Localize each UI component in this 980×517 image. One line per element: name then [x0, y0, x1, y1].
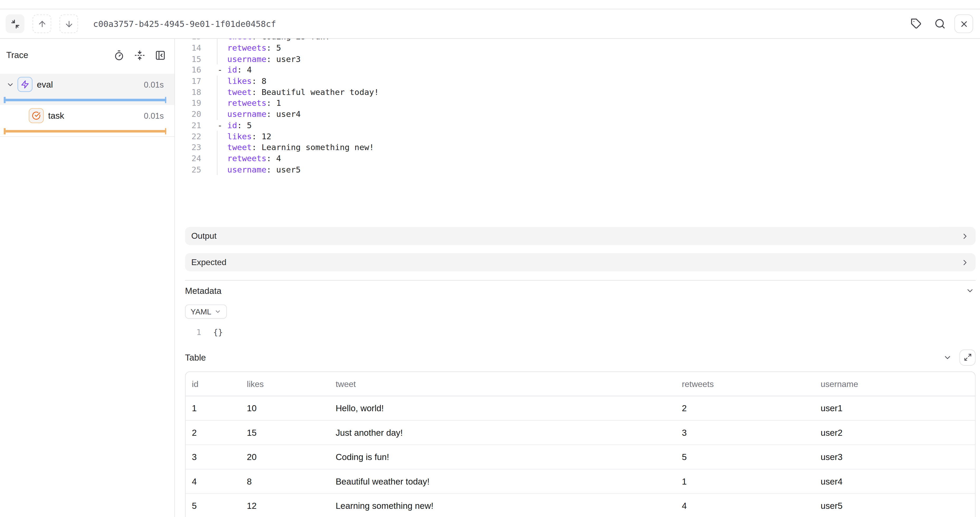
- table-section-label: Table: [185, 352, 206, 362]
- metadata-section-header[interactable]: Metadata: [185, 282, 975, 299]
- span-label: task: [48, 111, 64, 121]
- code-line: 14 retweets: 5: [175, 42, 980, 53]
- header-bar: c00a3757-b425-4945-9e01-1f01de0458cf: [0, 9, 980, 39]
- line-number: 23: [175, 143, 202, 152]
- table-cell: 10: [247, 403, 336, 414]
- code-line: 19 retweets: 1: [175, 98, 980, 109]
- line-number: 24: [175, 154, 202, 163]
- table-cell: Beautiful weather today!: [336, 476, 682, 487]
- table-cell: Hello, world!: [336, 403, 682, 414]
- chevron-down-icon[interactable]: [6, 80, 14, 89]
- expand-icon: [963, 353, 972, 361]
- table-cell: 3: [682, 428, 821, 437]
- chevron-right-icon: [961, 258, 969, 267]
- table-cell: 1: [682, 476, 821, 487]
- span-duration: 0.01s: [144, 80, 164, 89]
- code-line: 22 likes: 12: [175, 131, 980, 142]
- table-cell: user2: [821, 428, 975, 437]
- code-line: 25 username: user5: [175, 164, 980, 175]
- line-number: 18: [175, 87, 202, 97]
- metadata-code-line[interactable]: 1 {}: [185, 327, 975, 338]
- span-node-eval[interactable]: eval 0.01s: [0, 74, 174, 105]
- table-cell: 4: [192, 476, 247, 487]
- table-row[interactable]: 48Beautiful weather today!1user4: [186, 469, 975, 494]
- span-detail-main: 13 tweet: Coding is fun!14 retweets: 515…: [175, 37, 980, 517]
- table-section: Table idlikestweetretweetsusername 110He…: [185, 349, 975, 517]
- search-icon: [934, 18, 946, 30]
- code-line: 18 tweet: Beautiful weather today!: [175, 86, 980, 98]
- chevron-down-icon[interactable]: [943, 353, 952, 362]
- trace-header: Trace: [0, 41, 174, 69]
- close-button[interactable]: [955, 14, 973, 33]
- code-line: 24 retweets: 4: [175, 153, 980, 164]
- table-cell: user5: [821, 501, 975, 511]
- collapse-panel-button[interactable]: [6, 14, 24, 33]
- line-number: 20: [175, 110, 202, 119]
- column-header-retweets: retweets: [682, 379, 821, 388]
- column-header-username: username: [821, 379, 975, 388]
- line-number: 1: [185, 328, 201, 337]
- line-number: 14: [175, 43, 202, 53]
- line-number: 19: [175, 99, 202, 108]
- stopwatch-icon: [114, 49, 124, 60]
- code-line: 16- id: 4: [175, 64, 980, 75]
- table-row[interactable]: 215Just another day!3user2: [186, 421, 975, 445]
- chevron-right-icon: [961, 232, 969, 240]
- metadata-section-label: Metadata: [185, 285, 221, 296]
- table-cell: 15: [247, 428, 336, 437]
- expand-table-button[interactable]: [959, 349, 976, 366]
- metadata-code-text: {}: [201, 328, 223, 337]
- chevron-down-icon: [215, 308, 221, 315]
- next-row-button[interactable]: [59, 14, 78, 33]
- expected-section-toggle[interactable]: Expected: [185, 253, 975, 271]
- line-number: 21: [175, 121, 202, 130]
- output-section-toggle[interactable]: Output: [185, 227, 975, 245]
- table-cell: 2: [682, 403, 821, 414]
- column-header-id: id: [192, 379, 247, 388]
- data-table: idlikestweetretweetsusername 110Hello, w…: [185, 371, 975, 517]
- format-selector-value: YAML: [191, 307, 212, 316]
- line-number: 16: [175, 65, 202, 75]
- table-cell: Coding is fun!: [336, 452, 682, 462]
- close-icon: [959, 19, 969, 29]
- tag-button[interactable]: [907, 14, 926, 33]
- collapse-icon: [10, 19, 20, 29]
- trace-id: c00a3757-b425-4945-9e01-1f01de0458cf: [93, 19, 276, 29]
- code-line: 15 username: user3: [175, 53, 980, 64]
- span-node-task[interactable]: task 0.01s: [0, 105, 174, 136]
- column-header-tweet: tweet: [336, 379, 682, 388]
- table-row[interactable]: 110Hello, world!2user1: [186, 396, 975, 421]
- chevron-down-icon: [966, 286, 974, 294]
- table-cell: 2: [192, 428, 247, 437]
- eval-timeline-bar: [4, 99, 166, 101]
- column-header-likes: likes: [247, 379, 336, 388]
- tag-icon: [911, 18, 922, 30]
- table-row[interactable]: 512Learning something new!4user5: [186, 494, 975, 517]
- line-number: 17: [175, 76, 202, 86]
- table-cell: 5: [192, 501, 247, 511]
- yaml-code-block[interactable]: 13 tweet: Coding is fun!14 retweets: 515…: [175, 31, 980, 175]
- line-number: 15: [175, 54, 202, 64]
- span-duration: 0.01s: [144, 111, 164, 121]
- trace-detail-panel: c00a3757-b425-4945-9e01-1f01de0458cf Tra: [0, 0, 980, 517]
- line-number: 25: [175, 165, 202, 174]
- collapse-all-button[interactable]: [135, 49, 145, 60]
- metadata-section: Metadata YAML 1 {}: [185, 280, 975, 338]
- trace-title: Trace: [6, 50, 29, 60]
- code-line: 20 username: user4: [175, 109, 980, 120]
- hide-sidebar-button[interactable]: [155, 49, 165, 60]
- table-cell: 20: [247, 452, 336, 462]
- format-selector-dropdown[interactable]: YAML: [185, 304, 227, 319]
- table-cell: user1: [821, 403, 975, 414]
- fold-vertical-icon: [135, 49, 145, 60]
- table-cell: user4: [821, 476, 975, 487]
- table-row[interactable]: 320Coding is fun!5user3: [186, 445, 975, 469]
- panel-left-close-icon: [155, 49, 165, 60]
- prev-row-button[interactable]: [32, 14, 51, 33]
- table-cell: Just another day!: [336, 428, 682, 437]
- tree-divider: [0, 136, 174, 137]
- code-line: 23 tweet: Learning something new!: [175, 142, 980, 153]
- timing-toggle-button[interactable]: [114, 49, 124, 60]
- search-button[interactable]: [931, 14, 950, 33]
- table-cell: user3: [821, 452, 975, 462]
